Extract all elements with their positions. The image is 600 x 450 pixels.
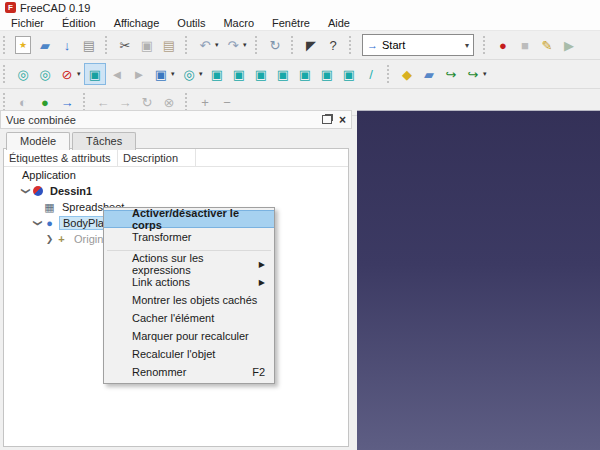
make-link-button[interactable]: ↪	[440, 63, 462, 85]
macro-stop-button[interactable]: ■	[514, 34, 536, 56]
spreadsheet-icon: ▦	[43, 201, 56, 214]
context-menu-item[interactable]: RenommerF2	[104, 363, 274, 381]
workbench-selected-label: Start	[382, 39, 405, 51]
view-left-button[interactable]: ▣	[338, 63, 360, 85]
draw-style-button[interactable]: ⊘	[56, 63, 78, 85]
panel-title: Vue combinée	[6, 114, 76, 126]
view-forward-button[interactable]: ►	[128, 63, 150, 85]
toolbar-grip[interactable]	[291, 36, 297, 54]
redo-dropdown-arrow-icon[interactable]: ▾	[243, 41, 250, 49]
toolbar-group: →Start▾	[346, 31, 480, 59]
toolbar-grip[interactable]	[483, 36, 489, 54]
whats-this-button[interactable]: ?	[322, 34, 344, 56]
context-menu-item-label: Link actions	[132, 276, 190, 288]
new-file-button[interactable]: ★	[12, 34, 34, 56]
menu-fenetre[interactable]: Fenêtre	[263, 17, 319, 29]
view-rear-button[interactable]: ▣	[294, 63, 316, 85]
context-menu-item[interactable]: Cacher l'élément	[104, 309, 274, 327]
group-button[interactable]: ▰	[418, 63, 440, 85]
context-menu-item[interactable]: Activer/désactiver le corps	[104, 210, 274, 228]
fit-all-button[interactable]: ◎	[12, 63, 34, 85]
draw-style-dropdown-arrow-icon[interactable]: ▾	[77, 70, 84, 78]
toolbar-grip[interactable]	[185, 36, 191, 54]
toolbar-grip[interactable]	[105, 36, 111, 54]
panel-title-bar[interactable]: Vue combinée ×	[0, 110, 352, 129]
view-front-button[interactable]: ▣	[228, 63, 250, 85]
freecad-logo-icon: F	[5, 2, 16, 13]
tree-row-document-dessin1[interactable]: ❯Dessin1	[4, 183, 348, 199]
undo-button[interactable]: ↶	[194, 34, 216, 56]
save-file-button[interactable]: ↓	[56, 34, 78, 56]
menu-affichage[interactable]: Affichage	[105, 17, 169, 29]
context-menu-item[interactable]: Montrer les objets cachés	[104, 291, 274, 309]
column-header-labels[interactable]: Étiquettes & attributs	[4, 149, 118, 166]
view-back-button[interactable]: ◄	[106, 63, 128, 85]
tab-taches[interactable]: Tâches	[72, 132, 136, 150]
menu-bar: FichierÉditionAffichageOutilsMacroFenêtr…	[0, 15, 600, 31]
toolbar-group: ◤?	[288, 31, 346, 59]
context-menu-item[interactable]: Marquer pour recalculer	[104, 327, 274, 345]
toolbar-grip[interactable]	[255, 36, 261, 54]
open-file-icon: ▰	[40, 39, 50, 52]
toolbar-group: ●■✎▶	[480, 31, 582, 59]
expand-arrow-icon[interactable]: ❯	[44, 234, 55, 244]
chevron-down-icon: ▾	[465, 41, 469, 50]
view-right-button[interactable]: ▣	[272, 63, 294, 85]
menu-macro[interactable]: Macro	[214, 17, 263, 29]
toolbar-group: ◎◎⊘▾▣◄►▣▾◎▾▣▣▣▣▣▣▣/	[0, 60, 384, 88]
zoom-views-dropdown-arrow-icon[interactable]: ▾	[199, 70, 206, 78]
view-axonometric-button[interactable]: ▣	[206, 63, 228, 85]
float-panel-icon[interactable]	[322, 115, 332, 124]
view-top-icon: ▣	[255, 68, 267, 81]
toolbar-grip[interactable]	[3, 93, 9, 111]
toolbar-grip[interactable]	[387, 65, 393, 83]
toolbar-grip[interactable]	[83, 93, 89, 111]
go-url-icon: →	[61, 96, 74, 109]
macro-edit-icon: ✎	[542, 39, 553, 52]
undo-dropdown-arrow-icon[interactable]: ▾	[215, 41, 222, 49]
view-bottom-button[interactable]: ▣	[316, 63, 338, 85]
macro-play-button[interactable]: ▶	[558, 34, 580, 56]
context-menu-item[interactable]: Actions sur les expressions▶	[104, 255, 274, 273]
menu-fichier[interactable]: Fichier	[2, 17, 53, 29]
std-views-dropdown-arrow-icon[interactable]: ▾	[171, 70, 178, 78]
toolbar-grip[interactable]	[3, 65, 9, 83]
open-file-button[interactable]: ▰	[34, 34, 56, 56]
toolbar-grip[interactable]	[3, 36, 9, 54]
toolbar-grip[interactable]	[349, 36, 355, 54]
link-actions-button[interactable]: ↪	[462, 63, 484, 85]
view-top-button[interactable]: ▣	[250, 63, 272, 85]
tree-row-application-root[interactable]: Application	[4, 167, 348, 183]
cut-button[interactable]: ✂	[114, 34, 136, 56]
collapse-arrow-icon[interactable]: ❯	[33, 218, 43, 229]
print-button[interactable]: ▤	[78, 34, 100, 56]
macro-edit-button[interactable]: ✎	[536, 34, 558, 56]
zoom-views-button[interactable]: ◎	[178, 63, 200, 85]
part-simple-copy-button[interactable]: ◆	[396, 63, 418, 85]
workbench-selector[interactable]: →Start▾	[362, 34, 474, 56]
group-icon: ▰	[424, 68, 434, 81]
3d-viewport[interactable]	[357, 110, 600, 450]
menu-edition[interactable]: Édition	[53, 17, 105, 29]
fit-selection-button[interactable]: ◎	[34, 63, 56, 85]
close-panel-icon[interactable]: ×	[339, 114, 346, 126]
macro-record-button[interactable]: ●	[492, 34, 514, 56]
measure-button[interactable]: /	[360, 63, 382, 85]
navigation-cube-button[interactable]: ▣	[84, 63, 106, 85]
shortcut-label: F2	[252, 366, 265, 378]
context-menu-item-label: Marquer pour recalculer	[132, 330, 249, 342]
menu-aide[interactable]: Aide	[319, 17, 359, 29]
tab-modele[interactable]: Modèle	[6, 132, 70, 150]
select-arrow-button[interactable]: ◤	[300, 34, 322, 56]
collapse-arrow-icon[interactable]: ❯	[21, 186, 31, 197]
menu-outils[interactable]: Outils	[168, 17, 214, 29]
copy-button[interactable]: ▣	[136, 34, 158, 56]
redo-button[interactable]: ↷	[222, 34, 244, 56]
paste-button[interactable]: ▤	[158, 34, 180, 56]
context-menu-item[interactable]: Recalculer l'objet	[104, 345, 274, 363]
column-header-description[interactable]: Description	[118, 149, 196, 166]
link-actions-dropdown-arrow-icon[interactable]: ▾	[483, 70, 490, 78]
std-views-button[interactable]: ▣	[150, 63, 172, 85]
toolbar-grip[interactable]	[185, 93, 191, 111]
refresh-button[interactable]: ↻	[264, 34, 286, 56]
